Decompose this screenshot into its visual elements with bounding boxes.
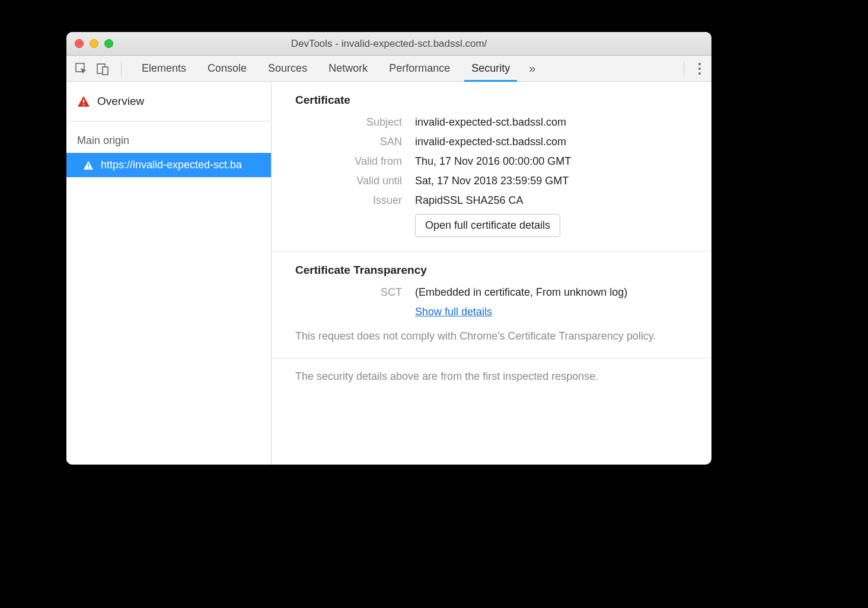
tab-performance[interactable]: Performance	[378, 56, 461, 81]
security-sidebar: Overview Main origin https://invalid-exp…	[66, 82, 272, 465]
tabs-overflow[interactable]: »	[521, 56, 544, 81]
sidebar-heading-main-origin: Main origin	[66, 121, 271, 153]
footer-note: The security details above are from the …	[272, 359, 711, 395]
origin-url: https://invalid-expected-sct.ba	[101, 159, 242, 171]
value-valid-from: Thu, 17 Nov 2016 00:00:00 GMT	[415, 155, 688, 168]
warning-triangle-icon	[77, 95, 90, 107]
tab-network[interactable]: Network	[318, 56, 378, 81]
separator	[684, 61, 684, 76]
label-subject: Subject	[295, 116, 402, 129]
show-full-details-link[interactable]: Show full details	[415, 306, 492, 318]
sidebar-item-origin[interactable]: https://invalid-expected-sct.ba	[66, 153, 271, 177]
security-detail: Certificate Subject invalid-expected-sct…	[272, 82, 711, 465]
warning-triangle-icon	[83, 161, 94, 170]
tab-security[interactable]: Security	[461, 56, 521, 81]
toolbar: Elements Console Sources Network Perform…	[66, 56, 711, 82]
svg-rect-5	[88, 164, 89, 167]
ct-compliance-note: This request does not comply with Chrome…	[295, 329, 688, 344]
value-issuer: RapidSSL SHA256 CA	[415, 194, 688, 207]
kebab-menu-icon[interactable]	[696, 60, 703, 77]
window-title: DevTools - invalid-expected-sct.badssl.c…	[66, 38, 711, 50]
tab-sources[interactable]: Sources	[257, 56, 318, 81]
open-full-certificate-button[interactable]: Open full certificate details	[415, 214, 560, 237]
label-issuer: Issuer	[295, 194, 402, 207]
value-sct: (Embedded in certificate, From unknown l…	[415, 286, 688, 299]
svg-rect-4	[83, 104, 84, 105]
devtools-window: DevTools - invalid-expected-sct.badssl.c…	[66, 32, 711, 465]
overview-label: Overview	[97, 95, 144, 108]
titlebar: DevTools - invalid-expected-sct.badssl.c…	[66, 32, 711, 56]
value-san: invalid-expected-sct.badssl.com	[415, 136, 688, 148]
label-san: SAN	[295, 136, 402, 148]
value-valid-until: Sat, 17 Nov 2018 23:59:59 GMT	[415, 175, 688, 187]
tab-elements[interactable]: Elements	[131, 56, 197, 81]
svg-rect-6	[88, 168, 89, 169]
toolbar-left	[66, 56, 131, 81]
separator	[121, 61, 122, 76]
svg-rect-2	[103, 67, 108, 75]
ct-heading: Certificate Transparency	[295, 264, 688, 277]
label-sct: SCT	[295, 286, 402, 299]
panel-tabs: Elements Console Sources Network Perform…	[131, 56, 544, 81]
ct-kv: SCT (Embedded in certificate, From unkno…	[295, 286, 688, 318]
sidebar-item-overview[interactable]: Overview	[66, 82, 271, 121]
label-valid-from: Valid from	[295, 155, 402, 168]
certificate-kv: Subject invalid-expected-sct.badssl.com …	[295, 116, 688, 237]
toolbar-right	[680, 60, 711, 77]
main-area: Overview Main origin https://invalid-exp…	[66, 82, 711, 465]
tab-console[interactable]: Console	[197, 56, 257, 81]
certificate-heading: Certificate	[295, 94, 688, 107]
certificate-block: Certificate Subject invalid-expected-sct…	[272, 82, 711, 252]
label-valid-until: Valid until	[295, 175, 402, 187]
inspect-element-icon[interactable]	[75, 62, 88, 75]
value-subject: invalid-expected-sct.badssl.com	[415, 116, 688, 129]
ct-block: Certificate Transparency SCT (Embedded i…	[272, 252, 711, 359]
svg-rect-3	[83, 100, 84, 103]
device-toolbar-icon[interactable]	[96, 62, 109, 75]
